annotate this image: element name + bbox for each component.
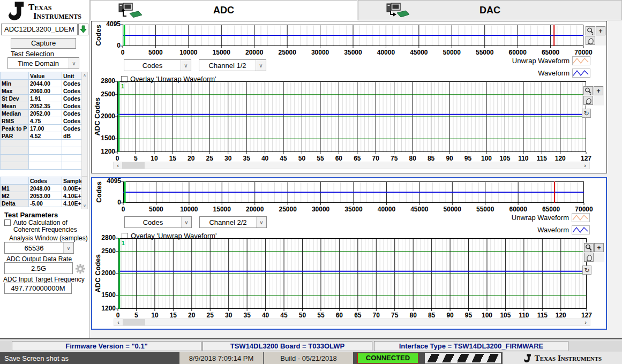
tab-dac[interactable]: DAC bbox=[358, 0, 622, 20]
cursor-tool-button[interactable]: + bbox=[594, 243, 604, 252]
cell bbox=[62, 155, 82, 162]
table-row bbox=[1, 140, 82, 147]
scroll-left-icon[interactable]: ‹ bbox=[114, 319, 123, 325]
scrollbar-thumb[interactable] bbox=[123, 319, 145, 325]
cell: Median bbox=[1, 110, 29, 117]
legend-sample-waveform[interactable] bbox=[572, 225, 590, 234]
zoom-tool-button[interactable] bbox=[584, 243, 594, 252]
x-tick-label: 60000 bbox=[506, 206, 530, 213]
legend-sample-unwrap[interactable] bbox=[572, 213, 590, 222]
analysis-window-dropdown[interactable]: 65536 ∨ bbox=[4, 242, 74, 254]
x-tick-label: 30000 bbox=[309, 206, 333, 213]
test-parameters-title: Test Parameters bbox=[4, 211, 58, 219]
cell bbox=[1, 155, 29, 162]
y-tick-label: 2500 bbox=[92, 90, 115, 98]
cell: 2048.00 bbox=[29, 185, 62, 192]
y-tick-label: 1200 bbox=[92, 148, 115, 155]
adc-input-freq-input[interactable]: 497.770000000M bbox=[4, 283, 72, 294]
x-tick-label: 5000 bbox=[144, 206, 168, 213]
analysis-window-label: Analysis Window (samples) bbox=[9, 234, 88, 242]
pan-tool-button[interactable] bbox=[584, 253, 594, 262]
overview-plot-ch2[interactable]: 0500010000150002000025000300003500040000… bbox=[123, 181, 584, 203]
gear-icon[interactable] bbox=[74, 263, 86, 275]
build-value: Build - 05/21/2018 bbox=[264, 352, 353, 364]
legend-line-icon bbox=[573, 69, 590, 77]
x-tick-label: 10000 bbox=[177, 206, 201, 213]
stats-table-scrollbar[interactable]: ∧ bbox=[81, 72, 88, 177]
cursor-tool-button[interactable]: + bbox=[596, 26, 605, 35]
cell: Max bbox=[1, 87, 29, 95]
pan-tool-button[interactable] bbox=[586, 36, 595, 45]
plot-canvas bbox=[123, 25, 583, 46]
main-plot-ch2[interactable]: 0510152025303540455055606570758085909510… bbox=[118, 238, 587, 309]
scroll-right-icon[interactable]: › bbox=[581, 319, 590, 325]
analysis-window-value: 65536 bbox=[5, 242, 63, 253]
chart-scrollbar-ch1[interactable]: ‹ › bbox=[113, 162, 590, 169]
device-select[interactable]: ADC12DL3200_LDEM bbox=[1, 24, 78, 35]
cell: Codes bbox=[62, 110, 82, 117]
main-plot-ch1[interactable]: 0510152025303540455055606570758085909510… bbox=[117, 81, 586, 152]
table-row: M12048.000.00E+0 bbox=[1, 185, 82, 192]
device-load-button[interactable] bbox=[78, 24, 88, 35]
tab-dac-label: DAC bbox=[358, 5, 621, 16]
cell: M2 bbox=[1, 192, 29, 200]
capture-button[interactable]: Capture bbox=[11, 38, 76, 49]
cell bbox=[29, 147, 62, 155]
hand-icon bbox=[587, 37, 594, 44]
x-tick-label: 20000 bbox=[242, 49, 267, 56]
unit-dropdown-ch1[interactable]: Codes ∨ bbox=[124, 59, 191, 71]
cell: 1.91 bbox=[29, 95, 62, 102]
cursor-tool-button[interactable]: + bbox=[594, 86, 603, 95]
x-tick-label: 30000 bbox=[308, 49, 333, 56]
legend-line-icon bbox=[572, 226, 589, 234]
scroll-right-icon[interactable]: › bbox=[581, 162, 589, 169]
cell bbox=[29, 162, 62, 170]
marker-table: CodesSampleM12048.000.00E+0M22053.004.10… bbox=[0, 177, 88, 209]
legend-sample-waveform[interactable] bbox=[572, 69, 590, 78]
x-tick-label: 0 bbox=[110, 49, 135, 56]
x-tick-label: 40000 bbox=[373, 49, 398, 56]
channel-dropdown-ch2[interactable]: Channel 2/2 ∨ bbox=[199, 216, 267, 228]
autoscale-button[interactable]: ↻ bbox=[582, 109, 591, 118]
table-row: Delta-5.004.10E+3 bbox=[1, 200, 82, 207]
cell: Delta bbox=[1, 200, 29, 207]
scroll-down-icon[interactable]: ∨ bbox=[83, 203, 86, 208]
legend-sample-unwrap[interactable] bbox=[572, 56, 590, 65]
legend-label: Waveform bbox=[538, 69, 569, 77]
hsdc-pro-window: Texas Instruments ADC12DL3200_LDEM Captu… bbox=[0, 0, 622, 364]
cell: Min bbox=[1, 80, 29, 87]
scroll-up-icon[interactable]: ∧ bbox=[83, 73, 86, 78]
legend-line-icon bbox=[572, 214, 589, 222]
save-screenshot-label[interactable]: Save Screen shot as bbox=[4, 354, 69, 362]
magnifier-icon bbox=[587, 27, 594, 35]
autoscale-button[interactable]: ↻ bbox=[582, 266, 591, 275]
marker-table-scrollbar[interactable]: ∨ bbox=[81, 177, 88, 209]
zoom-tool-button[interactable] bbox=[586, 26, 595, 35]
scrollbar-thumb[interactable] bbox=[122, 162, 145, 169]
cell: Codes bbox=[62, 80, 82, 87]
channel-2-panel[interactable]: Codes 0500010000150002000025000300003500… bbox=[91, 177, 607, 330]
test-selection-dropdown[interactable]: Time Domain ∨ bbox=[8, 57, 79, 69]
table-row: Peak to P17.00Codes bbox=[1, 125, 82, 132]
tab-adc[interactable]: ADC bbox=[90, 0, 357, 20]
scroll-left-icon[interactable]: ‹ bbox=[114, 162, 122, 169]
unit-dropdown-ch2[interactable]: Codes ∨ bbox=[124, 216, 192, 228]
chevron-down-icon: ∨ bbox=[69, 58, 79, 69]
adc-output-rate-input[interactable]: 2.5G bbox=[4, 262, 73, 274]
plot-canvas bbox=[123, 181, 584, 203]
channel-dropdown-value: Channel 1/2 bbox=[199, 60, 256, 71]
zoom-tool-button[interactable] bbox=[583, 86, 593, 95]
cell: 4.10E+3 bbox=[62, 192, 82, 200]
legend-unwrap-waveform: Unwrap Waveform bbox=[512, 56, 590, 65]
auto-calc-checkbox[interactable] bbox=[4, 219, 11, 226]
status-divider bbox=[0, 338, 622, 339]
overview-plot-ch1[interactable]: 0500010000150002000025000300003500040000… bbox=[123, 25, 583, 46]
channel-dropdown-value: Channel 2/2 bbox=[200, 217, 256, 228]
cell: Codes bbox=[62, 95, 82, 102]
channel-dropdown-ch1[interactable]: Channel 1/2 ∨ bbox=[199, 59, 266, 71]
chart-scrollbar-ch2[interactable]: ‹ › bbox=[114, 318, 590, 326]
x-tick-label: 10000 bbox=[176, 49, 201, 56]
statistics-table: ValueUnitMin2044.00CodesMax2060.00CodesS… bbox=[0, 72, 88, 177]
pan-tool-button[interactable] bbox=[583, 96, 593, 105]
x-tick-label: 55000 bbox=[473, 206, 498, 213]
